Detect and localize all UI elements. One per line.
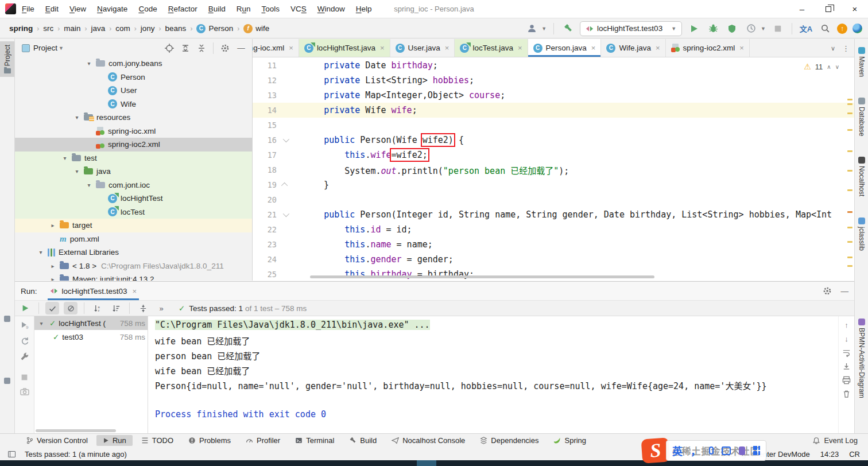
- tool-window-button-todo[interactable]: TODO: [135, 435, 180, 446]
- run-button[interactable]: [687, 22, 701, 36]
- test-settings-wrench-icon[interactable]: [20, 352, 29, 361]
- profiler-clock-icon[interactable]: [744, 22, 758, 36]
- rerun-icon[interactable]: [18, 302, 32, 314]
- menu-tools[interactable]: Tools: [262, 5, 280, 13]
- restore-button[interactable]: [815, 0, 842, 18]
- chevron-down-icon[interactable]: ▾: [72, 114, 82, 121]
- run-configuration-select[interactable]: locHightTest.test03 ▼: [580, 21, 682, 36]
- chevron-right-icon[interactable]: ▸: [48, 222, 58, 228]
- clear-console-trash-icon[interactable]: [842, 390, 851, 398]
- code-line-11[interactable]: 11 private Date birthday;: [253, 58, 854, 73]
- sort-by-duration-icon[interactable]: [109, 302, 123, 314]
- code-line-12[interactable]: 12 private List<String> hobbies;: [253, 73, 854, 88]
- code-line-21[interactable]: 21 public Person(Integer id, String name…: [253, 207, 854, 222]
- tree-item-target[interactable]: ▸target: [15, 219, 252, 232]
- menu-refactor[interactable]: Refactor: [168, 5, 197, 13]
- colorful-sphere-icon[interactable]: [852, 24, 862, 33]
- breadcrumb-item-jony[interactable]: jony: [141, 24, 155, 33]
- chevron-down-icon[interactable]: ▾: [60, 155, 70, 161]
- print-icon[interactable]: [842, 376, 851, 385]
- code-area[interactable]: 11 private Date birthday;12 private List…: [253, 58, 854, 281]
- tool-button-project[interactable]: Project: [0, 41, 14, 77]
- chevron-down-icon[interactable]: ▾: [84, 182, 94, 188]
- menu-run[interactable]: Run: [237, 5, 251, 13]
- code-line-19[interactable]: 19 }: [253, 177, 854, 192]
- show-passed-toggle[interactable]: [45, 302, 59, 314]
- scroll-down-icon[interactable]: ↓: [844, 335, 848, 343]
- project-view-caret-icon[interactable]: ▼: [59, 45, 64, 51]
- tab-loctest.java[interactable]: ClocTest.java×: [455, 39, 528, 57]
- ime-lang-icon[interactable]: 英: [672, 443, 683, 458]
- code-line-17[interactable]: 17 this.wife=wife2;: [253, 147, 854, 162]
- test-node-test03[interactable]: ✓test03758 ms: [34, 330, 148, 344]
- tool-window-button-nocalhost-console[interactable]: Nocalhost Console: [385, 435, 471, 446]
- line-separator-indicator[interactable]: CR: [849, 450, 860, 459]
- build-hammer-icon[interactable]: [561, 22, 575, 36]
- expand-all-icon[interactable]: [179, 42, 192, 55]
- code-line-20[interactable]: 20: [253, 192, 854, 207]
- tool-button-bpmn-activiti-diagram[interactable]: BPMN-Activiti-Diagram: [858, 319, 866, 398]
- run-settings-gear-icon[interactable]: [823, 286, 832, 296]
- gear-icon[interactable]: [219, 42, 231, 55]
- ime-skin-icon[interactable]: [739, 446, 745, 455]
- menu-window[interactable]: Window: [317, 5, 345, 13]
- tab-close-icon[interactable]: ×: [591, 44, 596, 52]
- menu-vcs[interactable]: VCS: [290, 5, 307, 13]
- expand-collapse-icon[interactable]: [136, 302, 150, 314]
- tree-item-spring-ioc-xml[interactable]: spring-ioc.xml: [15, 125, 252, 138]
- tab-person.java[interactable]: CPerson.java×: [528, 39, 602, 57]
- code-line-15[interactable]: 15: [253, 118, 854, 133]
- profiler-caret-icon[interactable]: ▼: [761, 26, 766, 32]
- code-line-22[interactable]: 22 this.id = id;: [253, 222, 854, 237]
- menu-edit[interactable]: Edit: [45, 5, 59, 13]
- run-console[interactable]: "C:\Program Files\Java\jdk1.8.0_211\bin\…: [148, 316, 838, 433]
- locate-file-icon[interactable]: [163, 42, 176, 55]
- ime-mic-icon[interactable]: [709, 446, 714, 455]
- tree-item-com-jony-beans[interactable]: ▾com.jony.beans: [15, 57, 252, 71]
- tab-close-icon[interactable]: ×: [656, 44, 660, 52]
- tree-item-resources[interactable]: ▾resources: [15, 111, 252, 125]
- debug-button[interactable]: [706, 22, 720, 36]
- breadcrumb-item-spring[interactable]: spring: [9, 24, 33, 33]
- code-line-14[interactable]: 14 private Wife wife;: [253, 103, 854, 118]
- fold-down-icon[interactable]: [283, 211, 289, 217]
- user-icon[interactable]: [525, 22, 538, 36]
- test-tree-scrollbar[interactable]: [36, 429, 116, 432]
- tree-item-java[interactable]: ▾java: [15, 165, 252, 178]
- code-line-13[interactable]: 13 private Map<Integer,Object> course;: [253, 88, 854, 103]
- tool-button-nocalhost[interactable]: Nocalhost: [858, 157, 866, 196]
- tree-item-lochighttest[interactable]: ClocHightTest: [15, 192, 252, 205]
- sort-alphabetically-icon[interactable]: az: [91, 302, 104, 314]
- tool-window-button-run[interactable]: Run: [96, 435, 133, 446]
- inspection-widget[interactable]: ⚠ 11 ∧ ∨: [804, 62, 839, 71]
- chevron-down-icon[interactable]: ▾: [72, 168, 82, 174]
- next-warning-icon[interactable]: ∨: [835, 64, 839, 70]
- event-log-button[interactable]: Event Log: [812, 436, 858, 445]
- tab-spring-ioc2.xml[interactable]: spring-ioc2.xml×: [666, 39, 750, 57]
- code-line-18[interactable]: 18 System.out.println("person bean 已经加载了…: [253, 162, 854, 177]
- chevron-right-icon[interactable]: ▸: [48, 276, 58, 281]
- collapse-all-icon[interactable]: [195, 42, 208, 55]
- show-ignored-toggle[interactable]: [64, 302, 78, 314]
- tool-button-bookmarks[interactable]: [0, 372, 14, 387]
- menu-build[interactable]: Build: [208, 5, 226, 13]
- menu-navigate[interactable]: Navigate: [97, 5, 127, 13]
- breadcrumb-item-main[interactable]: main: [64, 24, 80, 33]
- scroll-up-icon[interactable]: ↑: [844, 321, 848, 329]
- tree-item-test[interactable]: ▾test: [15, 152, 252, 165]
- tool-window-button-problems[interactable]: Problems: [182, 435, 237, 446]
- menu-code[interactable]: Code: [138, 5, 157, 13]
- thread-dump-camera-icon[interactable]: [20, 387, 29, 397]
- rerun-failed-tests-icon[interactable]: 9: [20, 321, 29, 330]
- soft-wrap-icon[interactable]: [842, 348, 851, 357]
- tool-button-maven[interactable]: Maven: [858, 47, 866, 77]
- tree-item--1-8-[interactable]: ▸< 1.8 >C:\Program Files\Java\jdk1.8.0_2…: [15, 259, 252, 273]
- tab-wife.java[interactable]: CWife.java×: [601, 39, 665, 57]
- run-tab-close-icon[interactable]: ×: [133, 287, 137, 296]
- hide-panel-icon[interactable]: —: [235, 42, 247, 55]
- search-icon[interactable]: [818, 22, 832, 36]
- tool-button-jclasslib[interactable]: jclasslib: [858, 218, 866, 251]
- tabs-kebab-icon[interactable]: ⋮: [842, 44, 850, 53]
- menu-file[interactable]: File: [22, 5, 34, 13]
- user-caret-icon[interactable]: ▼: [541, 26, 547, 32]
